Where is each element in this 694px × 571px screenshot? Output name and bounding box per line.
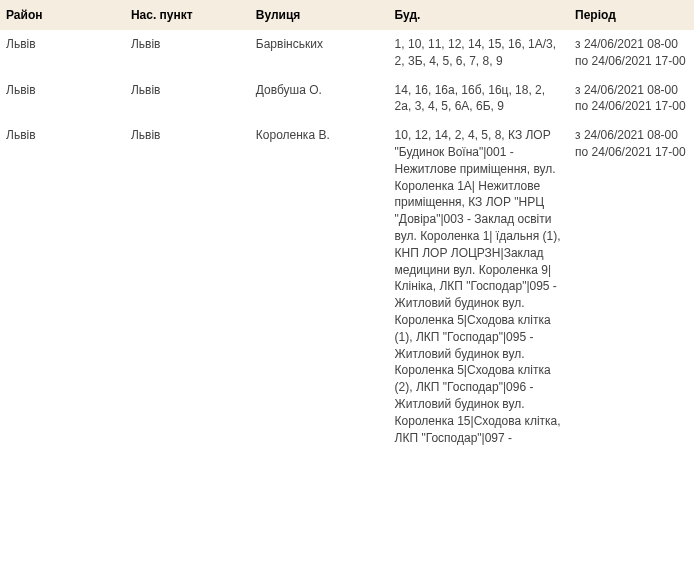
header-period: Період bbox=[569, 0, 694, 30]
cell-district: Львів bbox=[0, 30, 125, 76]
cell-street: Короленка В. bbox=[250, 121, 389, 452]
cell-district: Львів bbox=[0, 121, 125, 452]
header-district: Район bbox=[0, 0, 125, 30]
cell-period: з 24/06/2021 08-00 по 24/06/2021 17-00 bbox=[569, 76, 694, 122]
cell-period: з 24/06/2021 08-00 по 24/06/2021 17-00 bbox=[569, 30, 694, 76]
cell-settlement: Львів bbox=[125, 30, 250, 76]
table-header-row: Район Нас. пункт Вулиця Буд. Період bbox=[0, 0, 694, 30]
cell-street: Довбуша О. bbox=[250, 76, 389, 122]
cell-buildings: 14, 16, 16а, 16б, 16ц, 18, 2, 2а, 3, 4, … bbox=[389, 76, 569, 122]
header-buildings: Буд. bbox=[389, 0, 569, 30]
table-row: Львів Львів Довбуша О. 14, 16, 16а, 16б,… bbox=[0, 76, 694, 122]
header-street: Вулиця bbox=[250, 0, 389, 30]
header-settlement: Нас. пункт bbox=[125, 0, 250, 30]
table-row: Львів Львів Короленка В. 10, 12, 14, 2, … bbox=[0, 121, 694, 452]
table-row: Львів Львів Барвінських 1, 10, 11, 12, 1… bbox=[0, 30, 694, 76]
cell-street: Барвінських bbox=[250, 30, 389, 76]
cell-settlement: Львів bbox=[125, 121, 250, 452]
cell-buildings: 1, 10, 11, 12, 14, 15, 16, 1А/3, 2, 3Б, … bbox=[389, 30, 569, 76]
cell-district: Львів bbox=[0, 76, 125, 122]
cell-buildings: 10, 12, 14, 2, 4, 5, 8, КЗ ЛОР "Будинок … bbox=[389, 121, 569, 452]
cell-settlement: Львів bbox=[125, 76, 250, 122]
cell-period: з 24/06/2021 08-00 по 24/06/2021 17-00 bbox=[569, 121, 694, 452]
outage-table: Район Нас. пункт Вулиця Буд. Період Льві… bbox=[0, 0, 694, 452]
